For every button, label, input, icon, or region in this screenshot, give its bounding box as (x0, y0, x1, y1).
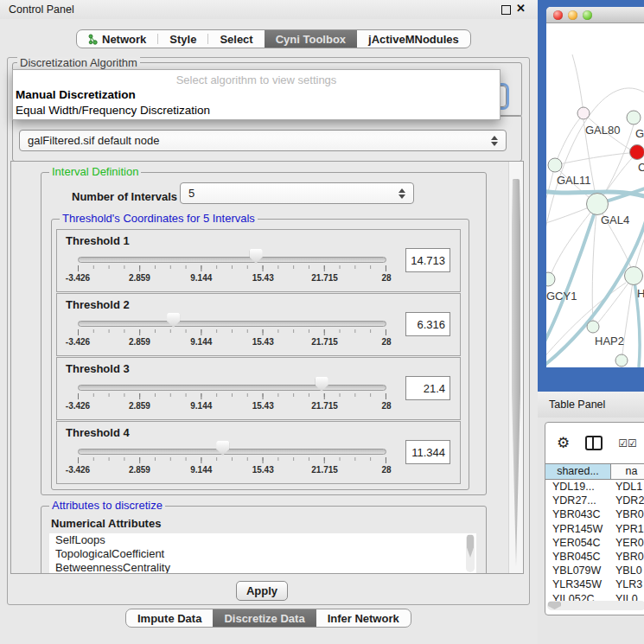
network-window-titlebar[interactable] (546, 7, 644, 23)
table-row[interactable]: YDR27...YDR2 (545, 494, 644, 507)
node-label: H (637, 287, 644, 300)
threshold-2-box: Threshold 2 -3.426 2.859 9.144 15.43 21.… (56, 293, 461, 356)
algorithm-dropdown-popup: Select algorithm to view settings Manual… (12, 69, 501, 120)
slider-ticks (78, 457, 386, 463)
number-of-intervals-label: Number of Intervals (72, 190, 177, 203)
split-pane-icon[interactable] (585, 436, 603, 450)
threshold-4-box: Threshold 4 -3.426 2.859 9.144 15.43 21.… (56, 421, 461, 484)
table-row[interactable]: YLR345WYLR3 (545, 577, 644, 591)
table-header-row: shared... na (545, 463, 644, 480)
threshold-3-value-field[interactable]: 21.4 (405, 376, 450, 400)
table-row[interactable]: YDL19...YDL1 (545, 480, 644, 494)
combo-stepper-icon[interactable] (399, 188, 405, 199)
table-row[interactable]: YBL079WYBL0 (545, 564, 644, 577)
slider-track[interactable] (78, 321, 386, 327)
control-panel-tabs: Network Style Select Cyni Toolbox jActiv… (76, 29, 471, 48)
control-panel-titlebar: Control Panel ✕ (0, 0, 538, 19)
attributes-group-title: Attributes to discretize (49, 500, 165, 511)
select-columns-checkboxes-icon[interactable]: ☑☑ (618, 437, 637, 450)
float-window-icon[interactable] (501, 5, 511, 15)
scrollbar-thumb[interactable] (548, 602, 561, 609)
node-table: ⚙ ☑☑ shared... na YDL19...YDL1 YDR27...Y… (545, 422, 644, 615)
node-gcy1[interactable] (546, 272, 555, 286)
slider-tick-labels: -3.426 2.859 9.144 15.43 21.715 28 (78, 401, 386, 411)
list-item[interactable]: TopologicalCoefficient (49, 547, 476, 561)
scrollbar-thumb[interactable] (512, 179, 520, 566)
threshold-1-value-field[interactable]: 14.713 (405, 248, 450, 272)
settings-scrollbar[interactable] (508, 162, 523, 573)
network-graph: GAL80 GA C GAL11 GAL4 GCY1 H HAP2 (546, 23, 644, 367)
threshold-3-slider[interactable]: -3.426 2.859 9.144 15.43 21.715 28 (78, 358, 386, 418)
table-row[interactable]: YER054CYER0 (545, 536, 644, 550)
node-label: HAP2 (595, 335, 624, 348)
table-row[interactable]: YBR045CYBR0 (545, 550, 644, 564)
slider-track[interactable] (78, 257, 386, 263)
number-of-intervals-combobox[interactable]: 5 (180, 182, 414, 204)
node-hap2[interactable] (587, 321, 599, 333)
threshold-4-slider[interactable]: -3.426 2.859 9.144 15.43 21.715 28 (78, 422, 386, 482)
tab-select[interactable]: Select (208, 30, 264, 48)
thresholds-group-title: Threshold's Coordinates for 5 Intervals (60, 213, 258, 224)
tab-cyni-toolbox[interactable]: Cyni Toolbox (265, 30, 357, 48)
dropdown-item-manual-discretization[interactable]: Manual Discretization (13, 87, 500, 103)
threshold-4-value-field[interactable]: 11.344 (405, 440, 450, 464)
node-ga[interactable] (627, 111, 641, 124)
apply-button[interactable]: Apply (236, 581, 288, 601)
node-gal4[interactable] (587, 194, 609, 215)
node-gal11[interactable] (548, 158, 562, 172)
node-label: C (638, 161, 644, 174)
number-of-intervals-value: 5 (188, 187, 194, 200)
slider-tick-labels: -3.426 2.859 9.144 15.43 21.715 28 (78, 465, 386, 475)
table-data-value: galFiltered.sif default node (28, 134, 159, 147)
combo-stepper-icon[interactable] (491, 136, 498, 146)
tab-label: Select (220, 33, 252, 46)
tab-discretize-data[interactable]: Discretize Data (213, 609, 316, 627)
slider-ticks (78, 329, 386, 335)
node-bottom[interactable] (615, 354, 628, 367)
network-tab-icon (88, 34, 98, 45)
right-region: GAL80 GA C GAL11 GAL4 GCY1 H HAP2 Table … (538, 0, 644, 644)
threshold-1-box: Threshold 1 -3.426 2.859 9.144 15.43 21.… (56, 229, 461, 292)
list-item[interactable]: SelfLoops (49, 533, 476, 547)
node-label: GA (635, 127, 644, 140)
close-icon[interactable]: ✕ (516, 2, 526, 15)
dropdown-item-equal-width[interactable]: Equal Width/Frequency Discretization (13, 103, 500, 118)
node-label: GAL4 (601, 214, 629, 226)
table-row[interactable]: YPR145WYPR1 (545, 522, 644, 536)
close-traffic-light-icon[interactable] (553, 10, 563, 20)
table-panel-header[interactable]: Table Panel (538, 392, 644, 418)
column-header-shared-name[interactable]: shared... (545, 464, 611, 479)
threshold-2-value-field[interactable]: 6.316 (405, 312, 450, 336)
tab-infer-network[interactable]: Infer Network (316, 609, 411, 627)
network-view-frame: GAL80 GA C GAL11 GAL4 GCY1 H HAP2 (538, 0, 644, 392)
tab-style[interactable]: Style (158, 30, 207, 48)
tab-network[interactable]: Network (77, 30, 157, 48)
zoom-traffic-light-icon[interactable] (583, 10, 592, 20)
threshold-3-box: Threshold 3 -3.426 2.859 9.144 15.43 21.… (56, 357, 461, 420)
scrollbar-thumb[interactable] (467, 535, 474, 558)
tab-impute-data[interactable]: Impute Data (126, 609, 213, 627)
node-label: GCY1 (546, 290, 577, 303)
table-data-combobox[interactable]: galFiltered.sif default node (19, 130, 507, 151)
node-label: GAL80 (585, 124, 620, 137)
slider-track[interactable] (78, 449, 386, 455)
list-scrollbar[interactable] (466, 534, 475, 572)
column-header-name[interactable]: na (611, 464, 644, 479)
minimize-traffic-light-icon[interactable] (568, 10, 577, 20)
threshold-2-slider[interactable]: -3.426 2.859 9.144 15.43 21.715 28 (78, 294, 386, 354)
table-row[interactable]: YBR043CYBR0 (545, 507, 644, 521)
node-gal80[interactable] (577, 107, 590, 119)
network-canvas[interactable]: GAL80 GA C GAL11 GAL4 GCY1 H HAP2 (546, 23, 644, 367)
table-horizontal-scrollbar[interactable] (547, 601, 644, 610)
node-h[interactable] (625, 267, 643, 285)
tab-jactivemnodules[interactable]: jActiveMNodules (357, 30, 470, 48)
list-item[interactable]: BetweennessCentrality (49, 561, 476, 573)
slider-ticks (78, 265, 386, 271)
numerical-attributes-label: Numerical Attributes (51, 517, 161, 530)
network-nodes[interactable] (546, 107, 644, 367)
slider-track[interactable] (78, 385, 386, 391)
gear-icon[interactable]: ⚙ (557, 436, 570, 450)
threshold-1-slider[interactable]: -3.426 2.859 9.144 15.43 21.715 28 (78, 230, 386, 290)
table-toolbar: ⚙ ☑☑ (545, 423, 644, 463)
node-selected-red[interactable] (630, 145, 644, 160)
